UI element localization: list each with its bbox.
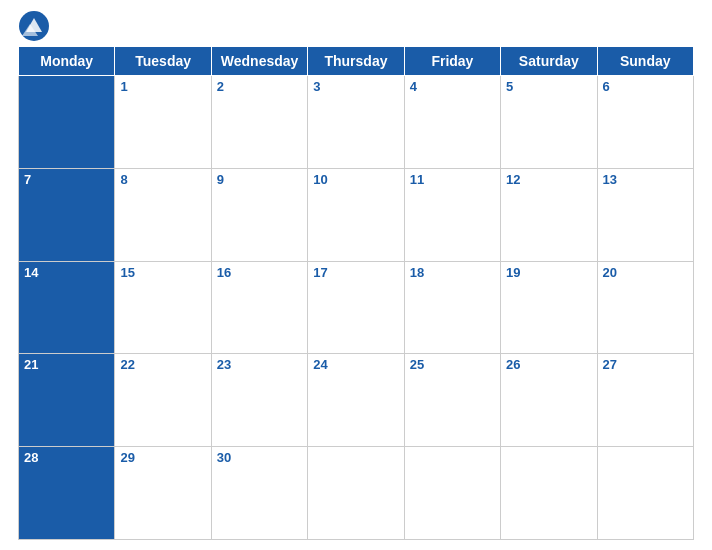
day-number: 3 — [313, 79, 320, 94]
day-number: 10 — [313, 172, 327, 187]
day-number: 4 — [410, 79, 417, 94]
calendar-day-empty — [19, 76, 115, 169]
calendar-day-10: 10 — [308, 168, 404, 261]
calendar-day-20: 20 — [597, 261, 693, 354]
calendar-day-17: 17 — [308, 261, 404, 354]
day-number: 8 — [120, 172, 127, 187]
calendar-day-7: 7 — [19, 168, 115, 261]
calendar-day-25: 25 — [404, 354, 500, 447]
day-number: 16 — [217, 265, 231, 280]
calendar-day-29: 29 — [115, 447, 211, 540]
day-number: 25 — [410, 357, 424, 372]
calendar-week-row: 21222324252627 — [19, 354, 694, 447]
calendar-day-empty — [404, 447, 500, 540]
day-number: 5 — [506, 79, 513, 94]
calendar-week-row: 78910111213 — [19, 168, 694, 261]
calendar-day-21: 21 — [19, 354, 115, 447]
weekday-header-tuesday: Tuesday — [115, 47, 211, 76]
calendar-day-16: 16 — [211, 261, 307, 354]
generalblue-icon — [18, 10, 50, 42]
weekday-header-saturday: Saturday — [501, 47, 597, 76]
day-number: 24 — [313, 357, 327, 372]
day-number: 1 — [120, 79, 127, 94]
day-number: 23 — [217, 357, 231, 372]
calendar-day-19: 19 — [501, 261, 597, 354]
weekday-header-sunday: Sunday — [597, 47, 693, 76]
day-number: 26 — [506, 357, 520, 372]
calendar-day-9: 9 — [211, 168, 307, 261]
calendar-day-1: 1 — [115, 76, 211, 169]
calendar-day-empty — [308, 447, 404, 540]
weekday-header-friday: Friday — [404, 47, 500, 76]
calendar-day-8: 8 — [115, 168, 211, 261]
calendar-day-4: 4 — [404, 76, 500, 169]
day-number: 6 — [603, 79, 610, 94]
weekday-header-row: MondayTuesdayWednesdayThursdayFridaySatu… — [19, 47, 694, 76]
day-number: 29 — [120, 450, 134, 465]
calendar-day-30: 30 — [211, 447, 307, 540]
weekday-header-wednesday: Wednesday — [211, 47, 307, 76]
calendar-day-13: 13 — [597, 168, 693, 261]
day-number: 12 — [506, 172, 520, 187]
calendar-day-6: 6 — [597, 76, 693, 169]
day-number: 20 — [603, 265, 617, 280]
calendar-day-2: 2 — [211, 76, 307, 169]
day-number: 27 — [603, 357, 617, 372]
calendar-day-28: 28 — [19, 447, 115, 540]
day-number: 18 — [410, 265, 424, 280]
calendar-day-27: 27 — [597, 354, 693, 447]
calendar-week-row: 282930 — [19, 447, 694, 540]
calendar-week-row: 123456 — [19, 76, 694, 169]
day-number: 17 — [313, 265, 327, 280]
day-number: 2 — [217, 79, 224, 94]
day-number: 21 — [24, 357, 38, 372]
weekday-header-thursday: Thursday — [308, 47, 404, 76]
calendar-day-18: 18 — [404, 261, 500, 354]
day-number: 15 — [120, 265, 134, 280]
calendar-day-22: 22 — [115, 354, 211, 447]
calendar-day-empty — [597, 447, 693, 540]
day-number: 30 — [217, 450, 231, 465]
calendar-day-24: 24 — [308, 354, 404, 447]
day-number: 11 — [410, 172, 424, 187]
day-number: 14 — [24, 265, 38, 280]
calendar-day-23: 23 — [211, 354, 307, 447]
day-number: 13 — [603, 172, 617, 187]
calendar-day-14: 14 — [19, 261, 115, 354]
calendar-day-26: 26 — [501, 354, 597, 447]
calendar-table: MondayTuesdayWednesdayThursdayFridaySatu… — [18, 46, 694, 540]
day-number: 19 — [506, 265, 520, 280]
calendar-day-15: 15 — [115, 261, 211, 354]
day-number: 7 — [24, 172, 31, 187]
top-bar — [18, 10, 694, 42]
calendar-day-12: 12 — [501, 168, 597, 261]
calendar-day-3: 3 — [308, 76, 404, 169]
calendar-day-5: 5 — [501, 76, 597, 169]
day-number: 28 — [24, 450, 38, 465]
calendar-week-row: 14151617181920 — [19, 261, 694, 354]
calendar-day-11: 11 — [404, 168, 500, 261]
day-number: 9 — [217, 172, 224, 187]
logo — [18, 10, 54, 42]
calendar-day-empty — [501, 447, 597, 540]
weekday-header-monday: Monday — [19, 47, 115, 76]
day-number: 22 — [120, 357, 134, 372]
